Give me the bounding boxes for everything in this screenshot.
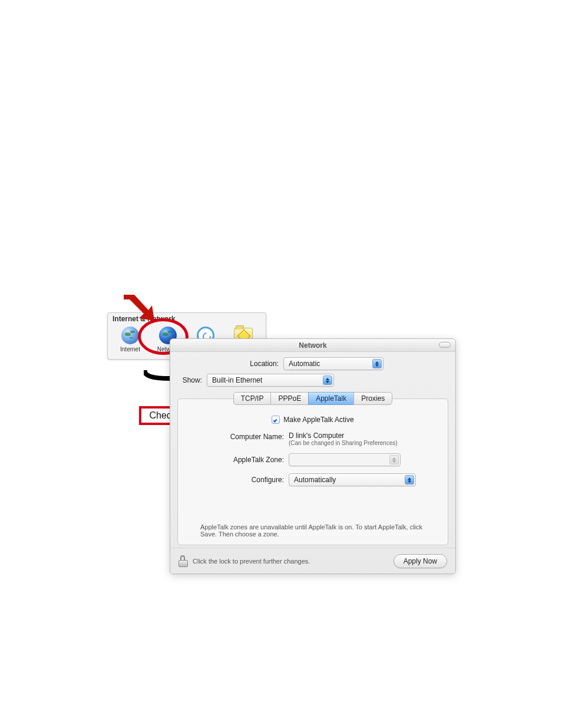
network-window: Network Location: Automatic Show: Built-…	[170, 338, 456, 574]
make-appletalk-active-label: Make AppleTalk Active	[283, 416, 353, 424]
chevron-updown-icon	[372, 359, 382, 368]
chevron-updown-icon	[405, 475, 414, 485]
location-value: Automatic	[289, 360, 320, 368]
computer-name-label: Computer Name:	[194, 431, 289, 441]
tab-proxies[interactable]: Proxies	[353, 392, 392, 405]
chevron-updown-icon	[323, 375, 332, 385]
tab-tcpip[interactable]: TCP/IP	[233, 392, 272, 405]
zone-label: AppleTalk Zone:	[194, 456, 289, 464]
prefs-item-internet[interactable]: Internet	[114, 325, 147, 353]
window-title: Network	[299, 341, 326, 350]
configure-value: Automatically	[294, 476, 336, 484]
show-value: Built-in Ethernet	[212, 376, 262, 384]
show-label: Show:	[180, 376, 207, 384]
lock-hint-text: Click the lock to prevent further change…	[193, 558, 394, 565]
location-label: Location:	[180, 360, 283, 368]
configure-label: Configure:	[194, 476, 289, 484]
computer-name-note: (Can be changed in Sharing Preferences)	[289, 440, 398, 446]
configure-select[interactable]: Automatically	[289, 473, 416, 486]
computer-name-value: D link's Computer	[289, 431, 398, 440]
zone-select[interactable]	[289, 453, 401, 466]
tab-bar: TCP/IP PPPoE AppleTalk Proxies	[170, 392, 455, 405]
apply-now-button[interactable]: Apply Now	[394, 554, 447, 568]
window-bottom-bar: Click the lock to prevent further change…	[170, 548, 455, 574]
tab-pppoe[interactable]: PPPoE	[270, 392, 309, 405]
location-select[interactable]: Automatic	[283, 357, 384, 370]
chevron-updown-icon	[389, 455, 399, 465]
prefs-item-label: Internet	[120, 346, 140, 353]
tab-appletalk[interactable]: AppleTalk	[308, 392, 354, 405]
prefs-section-header: Internet & Network	[108, 313, 266, 323]
toolbar-toggle-button[interactable]	[439, 342, 451, 348]
appletalk-panel: Make AppleTalk Active Computer Name: D l…	[177, 398, 448, 545]
make-appletalk-active-checkbox[interactable]	[272, 416, 280, 424]
show-select[interactable]: Built-in Ethernet	[207, 374, 334, 387]
appletalk-hint: AppleTalk zones are unavailable until Ap…	[185, 523, 441, 538]
lock-icon[interactable]	[178, 555, 188, 567]
window-titlebar: Network	[170, 339, 455, 352]
globe-icon	[120, 325, 140, 345]
